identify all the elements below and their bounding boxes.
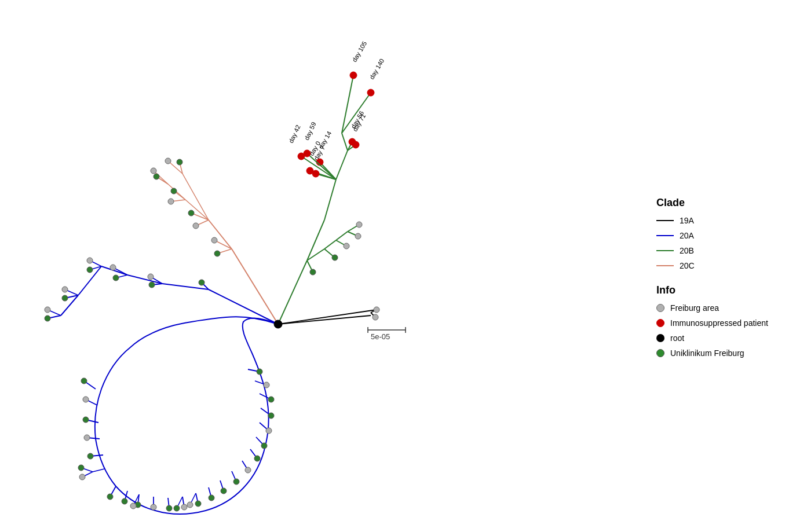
legend-item-freiburg-area: Freiburg area — [656, 303, 795, 313]
svg-point-98 — [195, 501, 201, 507]
svg-point-122 — [81, 378, 87, 384]
svg-text:day 59: day 59 — [303, 121, 317, 141]
svg-point-161 — [174, 505, 180, 511]
legend-line-19a — [656, 220, 674, 221]
svg-point-100 — [209, 495, 214, 501]
svg-point-36 — [350, 72, 357, 79]
svg-point-49 — [344, 243, 349, 249]
immunosuppressed-icon — [656, 319, 664, 327]
legend-item-uniklinikum: Uniklinikum Freiburg — [656, 348, 795, 358]
svg-line-56 — [185, 200, 209, 220]
svg-point-114 — [268, 413, 274, 419]
legend-line-20a — [656, 235, 674, 236]
svg-point-164 — [274, 320, 282, 328]
svg-line-9 — [278, 261, 307, 324]
info-legend-title: Info — [656, 284, 795, 296]
legend-label-20a: 20A — [680, 231, 694, 240]
svg-line-153 — [93, 469, 104, 472]
svg-point-65 — [168, 199, 174, 204]
svg-point-51 — [332, 255, 338, 261]
svg-point-134 — [113, 275, 119, 281]
svg-point-5 — [373, 314, 378, 320]
scale-label: 5e-05 — [371, 332, 390, 341]
svg-point-67 — [188, 210, 194, 216]
svg-point-159 — [130, 503, 136, 509]
svg-point-73 — [214, 251, 220, 256]
legend-label-19a: 19A — [680, 216, 694, 225]
legend-item-19a: 19A — [656, 216, 795, 225]
svg-point-59 — [151, 168, 156, 174]
svg-point-16 — [312, 170, 319, 177]
legend-label-uniklinikum: Uniklinikum Freiburg — [670, 348, 744, 358]
legend-item-20a: 20A — [656, 231, 795, 240]
svg-text:day 105: day 105 — [350, 40, 368, 63]
svg-point-92 — [151, 504, 156, 510]
svg-point-126 — [83, 417, 89, 423]
main-container: 5e-05 day 0 day 7 day 14 day 42 day 59 d… — [0, 0, 807, 532]
svg-point-39 — [367, 89, 374, 96]
svg-point-94 — [166, 505, 172, 511]
svg-text:day 42: day 42 — [287, 124, 302, 144]
svg-point-110 — [261, 443, 267, 449]
svg-point-138 — [149, 282, 155, 288]
svg-point-88 — [122, 498, 127, 504]
legend-panel: Clade 19A 20A 20B 20C Info Freiburg area — [656, 197, 795, 364]
svg-text:day 140: day 140 — [368, 57, 385, 80]
legend-label-immunosuppressed: Immunosuppressed patient — [670, 318, 768, 328]
svg-point-150 — [45, 307, 50, 313]
svg-point-33 — [352, 141, 359, 148]
legend-label-20c: 20C — [680, 261, 695, 270]
svg-point-78 — [177, 159, 182, 165]
svg-point-4 — [374, 307, 379, 313]
svg-point-45 — [356, 222, 362, 228]
svg-point-124 — [83, 397, 89, 402]
legend-item-20b: 20B — [656, 246, 795, 255]
info-section: Info Freiburg area Immunosuppressed pati… — [656, 284, 795, 358]
svg-point-146 — [62, 287, 68, 292]
root-icon — [656, 334, 664, 342]
svg-point-47 — [355, 233, 361, 239]
svg-line-74 — [182, 174, 209, 220]
uniklinikum-icon — [656, 349, 664, 357]
svg-point-155 — [78, 465, 84, 471]
svg-line-28 — [342, 133, 348, 151]
svg-point-76 — [165, 158, 171, 164]
svg-point-71 — [211, 237, 217, 243]
svg-point-118 — [264, 382, 269, 388]
svg-point-106 — [245, 467, 251, 473]
svg-line-1 — [278, 315, 371, 324]
svg-point-163 — [187, 502, 193, 508]
svg-point-132 — [110, 265, 116, 270]
svg-point-108 — [254, 456, 260, 461]
svg-point-61 — [154, 174, 159, 179]
legend-line-20b — [656, 250, 674, 251]
svg-point-142 — [87, 258, 93, 263]
svg-point-152 — [45, 315, 50, 321]
svg-point-148 — [62, 295, 68, 301]
svg-point-104 — [233, 479, 239, 485]
svg-point-86 — [107, 494, 113, 500]
svg-line-42 — [324, 240, 336, 249]
svg-point-130 — [87, 453, 93, 459]
svg-line-0 — [278, 310, 377, 324]
svg-point-144 — [87, 267, 93, 273]
svg-line-43 — [336, 232, 348, 240]
svg-point-128 — [84, 435, 90, 441]
phylogenetic-tree: 5e-05 day 0 day 7 day 14 day 42 day 59 d… — [0, 0, 637, 532]
svg-point-120 — [257, 369, 262, 375]
svg-line-27 — [336, 151, 348, 179]
svg-point-25 — [304, 150, 311, 157]
svg-line-11 — [324, 179, 336, 220]
svg-point-102 — [221, 488, 227, 494]
svg-point-69 — [193, 223, 199, 229]
legend-label-root: root — [670, 333, 684, 343]
svg-line-55 — [209, 220, 232, 249]
svg-point-140 — [199, 280, 205, 285]
svg-point-63 — [171, 188, 177, 194]
svg-point-96 — [181, 504, 187, 510]
legend-item-20c: 20C — [656, 261, 795, 270]
legend-line-20c — [656, 265, 674, 266]
freiburg-area-icon — [656, 304, 664, 312]
svg-point-116 — [268, 397, 274, 402]
svg-text:day 14: day 14 — [317, 130, 333, 150]
